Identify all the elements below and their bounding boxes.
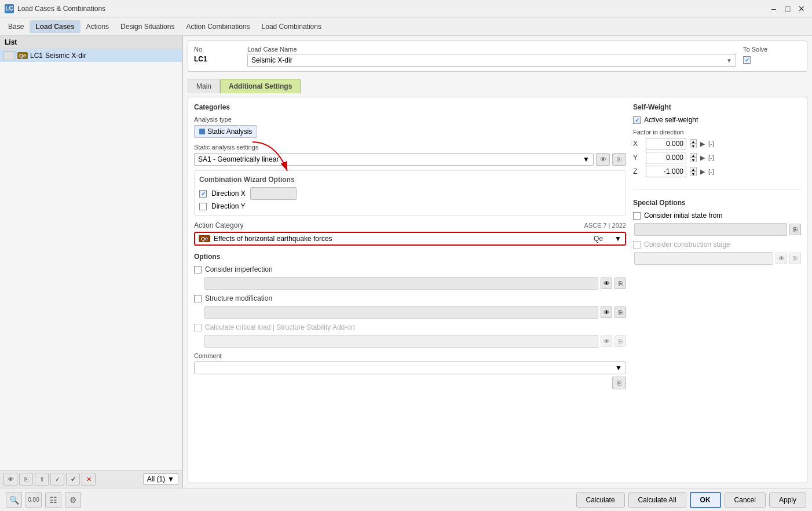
- factor-y-unit: [-]: [708, 154, 714, 161]
- factor-y-stepper[interactable]: ▲ ▼: [690, 153, 697, 162]
- static-icon-btn1[interactable]: 👁: [596, 153, 610, 166]
- consider-construction-label: Consider construction stage: [644, 240, 730, 249]
- name-label: Load Case Name: [247, 46, 736, 53]
- list-bottom: 👁 ⎘ ⇧ ✓ ✔ ✕ All (1) ▼: [0, 470, 182, 488]
- factor-x-row: X ▲ ▼ ▶ [-]: [633, 138, 801, 149]
- critical-load-row: Calculate critical load | Structure Stab…: [194, 323, 626, 331]
- factor-z-down[interactable]: ▼: [690, 171, 697, 176]
- decimal-button[interactable]: 0.00: [25, 492, 42, 508]
- structure-modification-checkbox[interactable]: [194, 295, 202, 302]
- menu-actions[interactable]: Actions: [81, 20, 115, 33]
- close-button[interactable]: ✕: [796, 3, 807, 14]
- static-dropdown-arrow: ▼: [583, 155, 590, 163]
- factor-z-arrow[interactable]: ▶: [700, 168, 705, 176]
- active-self-weight-checkbox[interactable]: [633, 116, 641, 124]
- direction-x-label: Direction X: [211, 189, 246, 198]
- consider-initial-checkbox[interactable]: [633, 212, 641, 220]
- action-category-dropdown[interactable]: Qe Effects of horizontal earthquake forc…: [194, 232, 626, 246]
- tab-main[interactable]: Main: [188, 79, 220, 93]
- critical-load-input: [204, 335, 598, 348]
- consider-initial-input-row: ⎘: [633, 223, 801, 236]
- grid-button[interactable]: ☷: [45, 492, 61, 508]
- list-item-name: Seismic X-dir: [45, 52, 86, 60]
- maximize-button[interactable]: □: [782, 3, 793, 14]
- imperfection-btn2[interactable]: ⎘: [615, 278, 626, 289]
- factor-x-input[interactable]: [646, 138, 686, 149]
- no-value: LC1: [194, 55, 240, 63]
- structure-mod-btn1[interactable]: 👁: [601, 306, 612, 318]
- check-all-button[interactable]: ✔: [66, 473, 80, 486]
- factor-y-up[interactable]: ▲: [690, 153, 697, 158]
- factor-x-axis: X: [633, 140, 642, 148]
- to-solve-checkbox[interactable]: [743, 56, 751, 64]
- calculate-all-button[interactable]: Calculate All: [628, 492, 686, 508]
- comment-copy-btn[interactable]: ⎘: [612, 377, 626, 389]
- delete-button[interactable]: ✕: [82, 473, 96, 486]
- bottom-right-actions: Calculate Calculate All OK Cancel Apply: [576, 492, 806, 508]
- menu-action-combinations[interactable]: Action Combinations: [180, 20, 255, 33]
- consider-imperfection-checkbox[interactable]: [194, 266, 202, 273]
- consider-initial-btn[interactable]: ⎘: [789, 224, 801, 235]
- factor-y-axis: Y: [633, 154, 642, 162]
- structure-modification-row: Structure modification: [194, 294, 626, 302]
- left-panel: List Qe LC1 Seismic X-dir 👁 ⎘ ⇧ ✓ ✔ ✕: [0, 36, 182, 488]
- minimize-button[interactable]: –: [768, 3, 780, 14]
- static-analysis-dropdown[interactable]: SA1 - Geometrically linear ▼: [194, 153, 594, 166]
- special-options-panel: Special Options Consider initial state f…: [633, 199, 801, 269]
- tab-additional-settings[interactable]: Additional Settings: [220, 79, 301, 93]
- name-dropdown[interactable]: Seismic X-dir ▼: [247, 54, 736, 67]
- menu-load-combinations[interactable]: Load Combinations: [256, 20, 327, 33]
- list-item[interactable]: Qe LC1 Seismic X-dir: [0, 49, 182, 62]
- action-cat-arrow: ▼: [615, 235, 621, 243]
- cancel-button[interactable]: Cancel: [725, 492, 766, 508]
- wizard-options-box: Combination Wizard Options Direction X D…: [194, 170, 626, 216]
- menu-bar: Base Load Cases Actions Design Situation…: [0, 17, 812, 36]
- direction-x-dropdown[interactable]: [250, 187, 297, 200]
- menu-base[interactable]: Base: [2, 20, 30, 33]
- structure-mod-input-row: 👁 ⎘: [194, 306, 626, 319]
- critical-load-btn1: 👁: [601, 335, 612, 347]
- add-item-button[interactable]: 👁: [3, 473, 17, 486]
- filter-dropdown[interactable]: All (1) ▼: [143, 473, 178, 485]
- settings-button[interactable]: ⚙: [65, 492, 81, 508]
- factor-x-up[interactable]: ▲: [690, 139, 697, 144]
- factor-y-input[interactable]: [646, 152, 686, 163]
- options-title: Options: [194, 253, 626, 261]
- search-button[interactable]: 🔍: [6, 492, 22, 508]
- list-tools: 👁 ⎘ ⇧ ✓ ✔ ✕: [3, 473, 96, 486]
- factor-z-stepper[interactable]: ▲ ▼: [690, 167, 697, 176]
- apply-button[interactable]: Apply: [769, 492, 806, 508]
- ok-button[interactable]: OK: [690, 492, 721, 508]
- to-solve-section: To Solve: [743, 46, 801, 64]
- factor-z-input[interactable]: [646, 166, 686, 177]
- direction-y-checkbox[interactable]: [199, 203, 207, 210]
- calculate-button[interactable]: Calculate: [576, 492, 625, 508]
- direction-x-row: Direction X: [199, 187, 621, 200]
- bottom-left-tools: 🔍 0.00 ☷ ⚙: [6, 492, 81, 508]
- menu-load-cases[interactable]: Load Cases: [30, 20, 80, 33]
- move-button[interactable]: ⇧: [35, 473, 49, 486]
- factor-x-stepper[interactable]: ▲ ▼: [690, 139, 697, 148]
- factor-y-down[interactable]: ▼: [690, 158, 697, 162]
- imperfection-btn1[interactable]: 👁: [601, 278, 612, 289]
- direction-x-checkbox[interactable]: [199, 190, 207, 198]
- factor-x-down[interactable]: ▼: [690, 144, 697, 148]
- action-category-name: Effects of horizontal earthquake forces: [214, 235, 590, 243]
- self-weight-title: Self-Weight: [633, 103, 801, 111]
- check-button[interactable]: ✓: [50, 473, 64, 486]
- menu-design-situations[interactable]: Design Situations: [115, 20, 180, 33]
- comment-dropdown[interactable]: ▼: [194, 362, 626, 374]
- factor-z-up[interactable]: ▲: [690, 167, 697, 171]
- consider-construction-btn1: 👁: [776, 253, 787, 264]
- factor-y-arrow[interactable]: ▶: [700, 154, 705, 162]
- factor-x-arrow[interactable]: ▶: [700, 140, 705, 148]
- analysis-type-box[interactable]: Static Analysis: [194, 125, 257, 138]
- action-category-code: Qe: [594, 235, 611, 243]
- structure-mod-btn2[interactable]: ⎘: [615, 306, 626, 318]
- consider-construction-checkbox: [633, 241, 641, 249]
- critical-load-input-row: 👁 ⎘: [194, 335, 626, 348]
- asce-label: ASCE 7 | 2022: [584, 222, 626, 229]
- action-category-header: Action Category ASCE 7 | 2022: [194, 221, 626, 229]
- copy-button[interactable]: ⎘: [19, 473, 33, 486]
- static-icon-btn2[interactable]: ⎘: [612, 153, 626, 166]
